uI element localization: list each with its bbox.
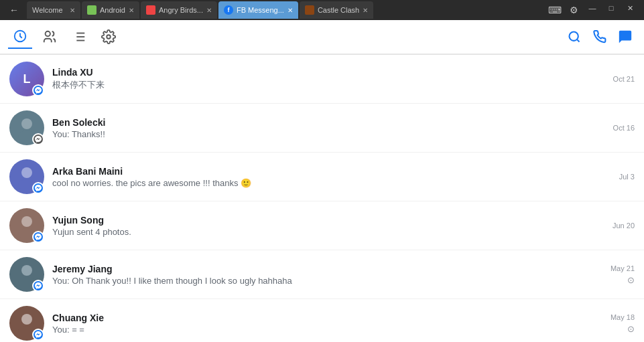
conv-name-chuang: Chuang Xie (52, 313, 604, 323)
angry-birds-icon (146, 5, 155, 15)
avatar-wrap-chuang (9, 306, 44, 341)
top-nav (0, 20, 644, 55)
top-nav-actions (564, 26, 636, 48)
svg-point-15 (21, 216, 32, 227)
conv-content-linda: Linda XU 根本停不下来 (52, 67, 606, 91)
close-button[interactable]: ✕ (621, 1, 639, 15)
keyboard-button[interactable]: ⌨ (546, 1, 564, 19)
lists-tab[interactable] (67, 25, 91, 49)
conv-content-jeremy: Jeremy Jiang You: Oh Thank you!! I like … (52, 264, 604, 286)
tab-welcome-close[interactable]: ✕ (70, 7, 75, 14)
castle-clash-icon (305, 5, 314, 15)
search-action-button[interactable] (564, 26, 585, 48)
tab-android-label: Android (100, 6, 125, 14)
conv-meta-ben: Oct 16 (613, 124, 635, 132)
tab-clash-close[interactable]: ✕ (363, 7, 368, 14)
conv-content-ben: Ben Solecki You: Thanks!! (52, 117, 606, 139)
call-action-button[interactable] (589, 26, 610, 48)
conv-name-ben: Ben Solecki (52, 117, 606, 128)
conv-preview-chuang: You: = = (52, 325, 604, 335)
tab-clash[interactable]: Castle Clash ✕ (300, 1, 373, 19)
conversation-item-jeremy[interactable]: Jeremy Jiang You: Oh Thank you!! I like … (0, 250, 644, 299)
svg-point-17 (21, 265, 32, 276)
avatar-wrap-ben (9, 110, 44, 145)
maximize-button[interactable]: □ (602, 1, 620, 15)
conv-preview-yujun: Yujun sent 4 photos. (52, 227, 606, 237)
back-button[interactable]: ← (5, 1, 23, 19)
conv-content-chuang: Chuang Xie You: = = (52, 313, 604, 335)
conv-meta-chuang: May 18 ⊙ (610, 313, 635, 334)
messenger-badge-chuang (32, 329, 44, 341)
conv-preview-arka: cool no worries. the pics are awesome !!… (52, 178, 613, 188)
conv-meta-arka: Jul 3 (619, 173, 635, 181)
tab-angry-label: Angry Birds... (159, 6, 203, 14)
tab-fb-close[interactable]: ✕ (287, 7, 293, 14)
conv-date-arka: Jul 3 (619, 173, 635, 181)
settings-tab[interactable] (96, 25, 121, 49)
minimize-button[interactable]: — (584, 1, 601, 15)
conv-preview-ben: You: Thanks!! (52, 129, 606, 139)
android-icon (87, 5, 96, 15)
conv-content-arka: Arka Bani Maini cool no worries. the pic… (52, 166, 613, 188)
app-container: L Linda XU 根本停不下来 Oct 21 (0, 20, 644, 342)
conv-tick-jeremy: ⊙ (627, 275, 635, 285)
conv-meta-yujun: Jun 20 (613, 222, 635, 230)
tab-welcome-label: Welcome (32, 6, 63, 14)
fb-messenger-icon: f (224, 5, 233, 15)
messenger-badge-arka (32, 182, 44, 194)
title-bar: ← Welcome ✕ Android ✕ Angry Birds... ✕ f… (0, 0, 644, 20)
svg-point-19 (21, 314, 32, 325)
conv-preview-jeremy: You: Oh Thank you!! I like them though I… (52, 276, 604, 286)
conv-preview-linda: 根本停不下来 (52, 79, 606, 91)
tab-fb-label: FB Messeng... (237, 6, 284, 14)
avatar-wrap-linda: L (9, 62, 44, 96)
conv-date-ben: Oct 16 (613, 124, 635, 132)
conversation-list: L Linda XU 根本停不下来 Oct 21 (0, 55, 644, 342)
avatar-wrap-jeremy (9, 257, 44, 292)
tab-clash-label: Castle Clash (318, 6, 359, 14)
conv-date-yujun: Jun 20 (613, 222, 635, 230)
tab-angry[interactable]: Angry Birds... ✕ (141, 1, 217, 19)
compose-action-button[interactable] (615, 26, 636, 48)
svg-point-13 (21, 167, 32, 178)
svg-point-9 (570, 32, 578, 41)
conversation-item-chuang[interactable]: Chuang Xie You: = = May 18 ⊙ (0, 299, 644, 342)
conv-meta-linda: Oct 21 (613, 75, 635, 83)
conversation-item-yujun[interactable]: Yujun Song Yujun sent 4 photos. Jun 20 (0, 201, 644, 250)
conversation-item-arka[interactable]: Arka Bani Maini cool no worries. the pic… (0, 153, 644, 201)
conv-date-linda: Oct 21 (613, 75, 635, 83)
conv-name-arka: Arka Bani Maini (52, 166, 613, 177)
conv-tick-chuang: ⊙ (627, 324, 635, 334)
conv-name-yujun: Yujun Song (52, 215, 606, 226)
tab-welcome[interactable]: Welcome ✕ (27, 1, 80, 19)
avatar-wrap-arka (9, 159, 44, 194)
window-controls: ⌨ ⚙ — □ ✕ (546, 1, 639, 19)
conv-content-yujun: Yujun Song Yujun sent 4 photos. (52, 215, 606, 237)
messenger-badge-jeremy (32, 280, 44, 292)
tab-angry-close[interactable]: ✕ (206, 7, 212, 14)
conv-meta-jeremy: May 21 ⊙ (610, 264, 635, 285)
avatar-wrap-yujun (9, 208, 44, 243)
svg-point-1 (46, 31, 50, 36)
conversation-item-linda[interactable]: L Linda XU 根本停不下来 Oct 21 (0, 55, 644, 104)
conv-date-jeremy: May 21 (610, 264, 635, 272)
conv-date-chuang: May 18 (610, 313, 635, 321)
messenger-badge-yujun (32, 231, 44, 243)
messenger-badge-ben (32, 133, 44, 145)
contacts-tab[interactable] (38, 25, 62, 49)
tab-android[interactable]: Android ✕ (82, 1, 139, 19)
conv-name-linda: Linda XU (52, 67, 606, 78)
settings-button[interactable]: ⚙ (565, 1, 582, 19)
tab-android-close[interactable]: ✕ (129, 7, 134, 14)
svg-line-10 (577, 39, 580, 42)
svg-point-11 (21, 118, 32, 129)
conversation-item-ben[interactable]: Ben Solecki You: Thanks!! Oct 16 (0, 104, 644, 153)
recent-conversations-tab[interactable] (8, 25, 32, 49)
conv-name-jeremy: Jeremy Jiang (52, 264, 604, 274)
messenger-badge-linda (32, 84, 44, 96)
tab-fb[interactable]: f FB Messeng... ✕ (218, 1, 298, 19)
svg-point-8 (107, 35, 111, 39)
